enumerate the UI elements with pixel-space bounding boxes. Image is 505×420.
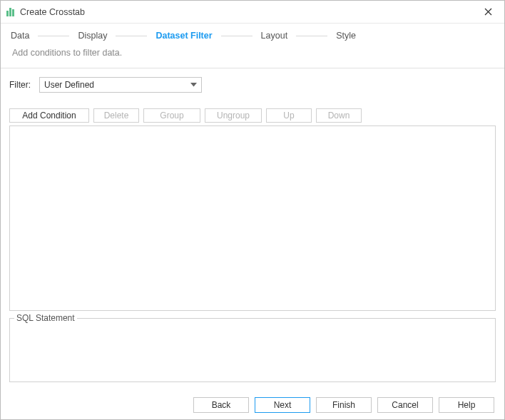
create-crosstab-dialog: Create Crosstab Data Display Dataset Fil… — [0, 0, 505, 420]
finish-button[interactable]: Finish — [316, 397, 372, 413]
filter-row: Filter: User Defined — [9, 77, 496, 93]
titlebar: Create Crosstab — [1, 1, 504, 24]
step-separator — [221, 36, 252, 36]
svg-marker-2 — [190, 83, 197, 87]
step-dataset-filter[interactable]: Dataset Filter — [154, 31, 213, 41]
add-condition-button[interactable]: Add Condition — [9, 108, 89, 123]
crosstab-icon — [6, 8, 14, 16]
filter-select[interactable]: User Defined — [39, 77, 202, 93]
step-subtitle: Add conditions to filter data. — [12, 48, 496, 58]
step-layout[interactable]: Layout — [260, 31, 290, 41]
step-display[interactable]: Display — [76, 31, 108, 41]
wizard-steps: Data Display Dataset Filter Layout Style — [9, 31, 496, 41]
up-button[interactable]: Up — [266, 108, 312, 123]
wizard-header: Data Display Dataset Filter Layout Style… — [1, 24, 504, 68]
content-area: Filter: User Defined Add Condition Delet… — [1, 68, 504, 391]
close-icon — [484, 8, 492, 16]
conditions-toolbar: Add Condition Delete Group Ungroup Up Do… — [9, 108, 496, 123]
filter-label: Filter: — [9, 80, 31, 90]
dialog-footer: Back Next Finish Cancel Help — [1, 391, 504, 419]
ungroup-button[interactable]: Ungroup — [205, 108, 262, 123]
delete-button[interactable]: Delete — [93, 108, 139, 123]
cancel-button[interactable]: Cancel — [377, 397, 433, 413]
step-separator — [296, 36, 327, 36]
group-button[interactable]: Group — [143, 108, 200, 123]
down-button[interactable]: Down — [316, 108, 362, 123]
step-separator — [38, 36, 69, 36]
chevron-down-icon — [185, 78, 201, 92]
close-button[interactable] — [477, 4, 499, 21]
step-separator — [116, 36, 147, 36]
back-button[interactable]: Back — [193, 397, 249, 413]
step-style[interactable]: Style — [335, 31, 357, 41]
sql-statement-label: SQL Statement — [14, 313, 77, 323]
filter-select-value: User Defined — [44, 80, 185, 90]
help-button[interactable]: Help — [439, 397, 494, 413]
dialog-title: Create Crosstab — [20, 7, 477, 17]
conditions-list[interactable] — [9, 126, 496, 311]
next-button[interactable]: Next — [255, 397, 310, 413]
sql-statement-panel: SQL Statement — [9, 318, 496, 382]
step-data[interactable]: Data — [9, 31, 31, 41]
